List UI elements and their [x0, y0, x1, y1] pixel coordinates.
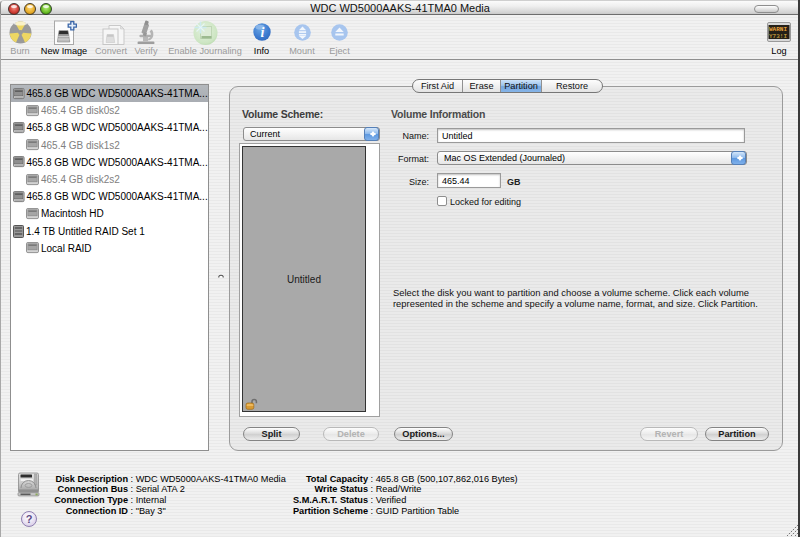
svg-text:i: i [260, 25, 264, 40]
svg-text:Y73!I: Y73!I [769, 33, 787, 40]
svg-text:WARNI: WARNI [769, 26, 787, 33]
